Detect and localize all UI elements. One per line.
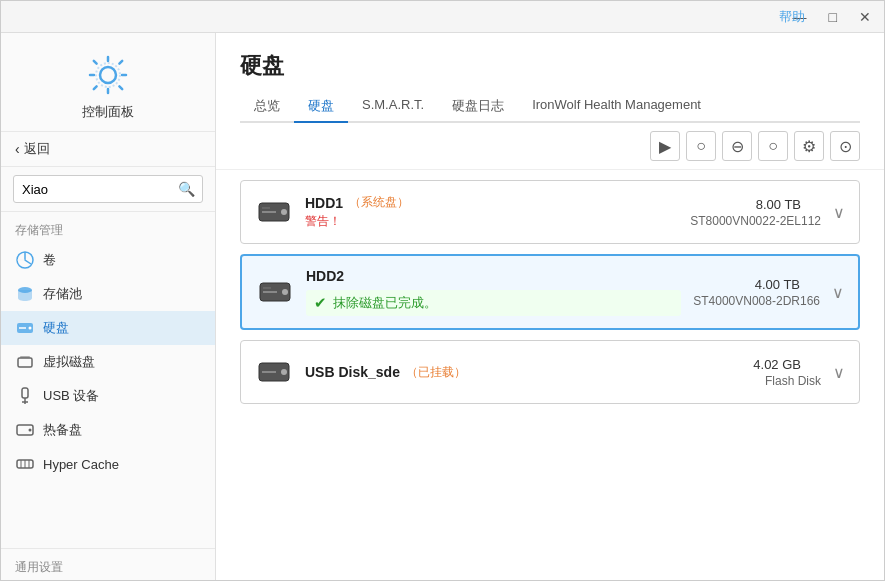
tabs-bar: 总览 硬盘 S.M.A.R.T. 硬盘日志 IronWolf Health Ma… <box>240 91 860 123</box>
usb-device-icon <box>15 386 35 406</box>
main-layout: 控制面板 ‹ 返回 🔍 存储管理 卷 存储池 <box>1 33 884 580</box>
disk-hdd1-icon <box>255 193 293 231</box>
control-panel-icon <box>84 51 132 99</box>
svg-point-0 <box>100 67 116 83</box>
disk-usb-icon <box>255 353 293 391</box>
success-check-icon: ✔ <box>314 294 327 312</box>
disk-card-usb[interactable]: USB Disk_sde （已挂载） 4.02 GB Flash Disk ∨ <box>240 340 860 404</box>
svg-point-20 <box>281 209 287 215</box>
svg-rect-8 <box>20 356 30 358</box>
sidebar-item-storage-pool[interactable]: 存储池 <box>1 277 215 311</box>
sidebar-header: 控制面板 <box>1 33 215 132</box>
toolbar: ▶ ○ ⊖ ○ ⚙ ⊙ <box>216 123 884 170</box>
disk-hdd2-name-row: HDD2 <box>306 268 681 284</box>
maximize-button[interactable]: □ <box>824 8 842 26</box>
hard-disk-label: 硬盘 <box>43 319 69 337</box>
sidebar-item-hot-spare[interactable]: 热备盘 <box>1 413 215 447</box>
hyper-cache-label: Hyper Cache <box>43 457 119 472</box>
back-label: 返回 <box>24 140 50 158</box>
disk-hdd2-success: ✔ 抹除磁盘已完成。 <box>306 290 681 316</box>
disk-hdd1-size: 8.00 TB <box>756 197 801 212</box>
usb-device-label: USB 设备 <box>43 387 99 405</box>
disk-card-main-usb: USB Disk_sde （已挂载） 4.02 GB Flash Disk ∨ <box>255 353 845 391</box>
search-input[interactable] <box>13 175 203 203</box>
disk-hdd2-size: 4.00 TB <box>755 277 800 292</box>
help-link[interactable]: 帮助 <box>779 8 805 26</box>
disk-hdd1-name: HDD1 <box>305 195 343 211</box>
back-button[interactable]: ‹ 返回 <box>1 132 215 167</box>
disk-hdd1-chevron: ∨ <box>833 203 845 222</box>
hard-disk-icon <box>15 318 35 338</box>
toolbar-play-btn[interactable]: ▶ <box>650 131 680 161</box>
toolbar-btn6[interactable]: ⊙ <box>830 131 860 161</box>
sidebar: 控制面板 ‹ 返回 🔍 存储管理 卷 存储池 <box>1 33 216 580</box>
disk-card-main-hdd2: HDD2 ✔ 抹除磁盘已完成。 4.00 TB ST4000VN008-2DR1… <box>256 268 844 316</box>
volumes-icon <box>15 250 35 270</box>
tab-hdd-log[interactable]: 硬盘日志 <box>438 91 518 123</box>
search-icon[interactable]: 🔍 <box>178 181 195 197</box>
disk-hdd1-tag: （系统盘） <box>349 194 409 211</box>
volumes-label: 卷 <box>43 251 56 269</box>
disk-hdd2-icon <box>256 273 294 311</box>
tab-smart[interactable]: S.M.A.R.T. <box>348 91 438 123</box>
disk-usb-name: USB Disk_sde <box>305 364 400 380</box>
toolbar-btn2[interactable]: ○ <box>686 131 716 161</box>
disk-list: HDD1 （系统盘） 警告！ 8.00 TB ST8000VN0022-2EL1… <box>216 170 884 580</box>
svg-rect-7 <box>18 358 32 367</box>
hot-spare-icon <box>15 420 35 440</box>
virtual-disk-label: 虚拟磁盘 <box>43 353 95 371</box>
toolbar-btn3[interactable]: ⊖ <box>722 131 752 161</box>
disk-hdd2-success-text: 抹除磁盘已完成。 <box>333 294 437 312</box>
svg-point-30 <box>281 369 287 375</box>
svg-point-25 <box>282 289 288 295</box>
disk-usb-name-row: USB Disk_sde （已挂载） <box>305 364 699 381</box>
disk-hdd1-name-row: HDD1 （系统盘） <box>305 194 678 211</box>
general-settings-label: 通用设置 <box>1 548 215 580</box>
svg-point-13 <box>29 429 32 432</box>
disk-hdd2-model: ST4000VN008-2DR166 <box>693 294 820 308</box>
disk-card-main-hdd1: HDD1 （系统盘） 警告！ 8.00 TB ST8000VN0022-2EL1… <box>255 193 845 231</box>
svg-point-5 <box>29 327 32 330</box>
disk-hdd1-warn: 警告！ <box>305 213 678 230</box>
sidebar-item-usb-device[interactable]: USB 设备 <box>1 379 215 413</box>
disk-card-hdd1[interactable]: HDD1 （系统盘） 警告！ 8.00 TB ST8000VN0022-2EL1… <box>240 180 860 244</box>
page-title: 硬盘 <box>240 51 860 81</box>
disk-hdd1-model: ST8000VN0022-2EL112 <box>690 214 821 228</box>
sidebar-title: 控制面板 <box>82 103 134 121</box>
disk-usb-info: USB Disk_sde （已挂载） <box>305 364 699 381</box>
svg-rect-9 <box>22 388 28 398</box>
disk-usb-chevron: ∨ <box>833 363 845 382</box>
disk-card-hdd2[interactable]: HDD2 ✔ 抹除磁盘已完成。 4.00 TB ST4000VN008-2DR1… <box>240 254 860 330</box>
hyper-cache-icon <box>15 454 35 474</box>
hot-spare-label: 热备盘 <box>43 421 82 439</box>
content-area: 硬盘 总览 硬盘 S.M.A.R.T. 硬盘日志 IronWolf Health… <box>216 33 884 580</box>
disk-usb-right: 4.02 GB Flash Disk <box>711 357 821 388</box>
disk-hdd2-name: HDD2 <box>306 268 344 284</box>
sidebar-item-volumes[interactable]: 卷 <box>1 243 215 277</box>
disk-hdd1-right: 8.00 TB ST8000VN0022-2EL112 <box>690 197 821 228</box>
tab-ironwolf[interactable]: IronWolf Health Management <box>518 91 715 123</box>
tab-hdd[interactable]: 硬盘 <box>294 91 348 123</box>
disk-usb-model: Flash Disk <box>765 374 821 388</box>
toolbar-settings-btn[interactable]: ⚙ <box>794 131 824 161</box>
disk-usb-size: 4.02 GB <box>753 357 801 372</box>
sidebar-item-hyper-cache[interactable]: Hyper Cache <box>1 447 215 481</box>
search-wrap: 🔍 <box>1 167 215 212</box>
storage-pool-label: 存储池 <box>43 285 82 303</box>
disk-hdd1-info: HDD1 （系统盘） 警告！ <box>305 194 678 230</box>
disk-hdd2-chevron: ∨ <box>832 283 844 302</box>
storage-section-label: 存储管理 <box>1 212 215 243</box>
virtual-disk-icon <box>15 352 35 372</box>
tab-overview[interactable]: 总览 <box>240 91 294 123</box>
content-header: 硬盘 总览 硬盘 S.M.A.R.T. 硬盘日志 IronWolf Health… <box>216 33 884 123</box>
disk-hdd2-right: 4.00 TB ST4000VN008-2DR166 <box>693 277 820 308</box>
sidebar-item-virtual-disk[interactable]: 虚拟磁盘 <box>1 345 215 379</box>
disk-usb-tag: （已挂载） <box>406 364 466 381</box>
storage-pool-icon <box>15 284 35 304</box>
sidebar-item-hard-disk[interactable]: 硬盘 <box>1 311 215 345</box>
titlebar: 帮助 — □ ✕ <box>1 1 884 33</box>
close-button[interactable]: ✕ <box>854 8 876 26</box>
toolbar-btn4[interactable]: ○ <box>758 131 788 161</box>
disk-hdd2-info: HDD2 ✔ 抹除磁盘已完成。 <box>306 268 681 316</box>
back-arrow-icon: ‹ <box>15 141 20 157</box>
